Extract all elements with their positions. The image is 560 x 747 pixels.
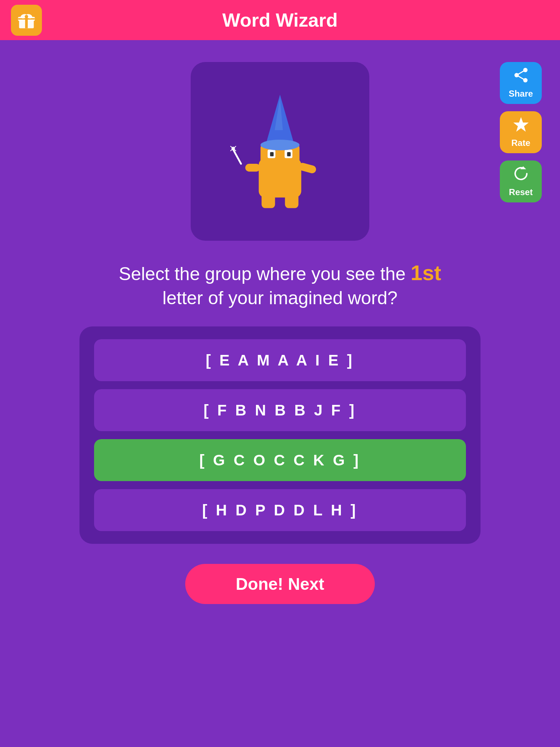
svg-rect-15 bbox=[261, 192, 275, 208]
svg-rect-3 bbox=[18, 18, 35, 20]
question-suffix: letter of your imagined word? bbox=[163, 288, 398, 308]
option-3[interactable]: [ G C O C C K G ] bbox=[94, 439, 466, 481]
app-header: Word Wizard bbox=[0, 0, 560, 40]
svg-line-27 bbox=[233, 150, 241, 164]
rate-label: Rate bbox=[511, 138, 530, 148]
share-icon bbox=[513, 67, 529, 86]
svg-point-25 bbox=[261, 140, 300, 150]
share-label: Share bbox=[509, 89, 533, 99]
gift-icon bbox=[16, 10, 36, 30]
star-icon bbox=[513, 116, 529, 136]
option-2[interactable]: [ F B N B B J F ] bbox=[94, 389, 466, 431]
question-highlight: 1st bbox=[411, 261, 441, 285]
rate-button[interactable]: Rate bbox=[500, 111, 542, 153]
share-button[interactable]: Share bbox=[500, 62, 542, 104]
side-buttons-container: Share Rate Reset bbox=[500, 62, 542, 202]
question-text: Select the group where you see the 1st l… bbox=[119, 259, 441, 310]
svg-line-11 bbox=[517, 75, 525, 80]
gift-button[interactable] bbox=[11, 5, 42, 36]
refresh-icon bbox=[513, 166, 529, 185]
svg-rect-23 bbox=[287, 152, 291, 156]
question-area: Select the group where you see the 1st l… bbox=[112, 259, 448, 310]
options-container: [ E A M A A I E ] [ F B N B B J F ] [ G … bbox=[79, 326, 481, 544]
option-1[interactable]: [ E A M A A I E ] bbox=[94, 339, 466, 381]
reset-button[interactable]: Reset bbox=[500, 160, 542, 202]
svg-rect-22 bbox=[270, 152, 274, 156]
option-4[interactable]: [ H D P D D L H ] bbox=[94, 489, 466, 531]
reset-label: Reset bbox=[509, 187, 533, 197]
done-next-button[interactable]: Done! Next bbox=[185, 564, 375, 604]
wizard-image-container bbox=[191, 62, 369, 241]
svg-marker-12 bbox=[513, 117, 529, 132]
app-title: Word Wizard bbox=[222, 9, 338, 31]
svg-rect-16 bbox=[285, 192, 299, 208]
question-prefix: Select the group where you see the bbox=[119, 264, 411, 284]
svg-point-6 bbox=[25, 15, 28, 18]
svg-rect-17 bbox=[245, 164, 260, 171]
main-content: Share Rate Reset bbox=[0, 40, 560, 604]
wizard-character bbox=[229, 88, 331, 215]
svg-line-10 bbox=[517, 70, 525, 75]
